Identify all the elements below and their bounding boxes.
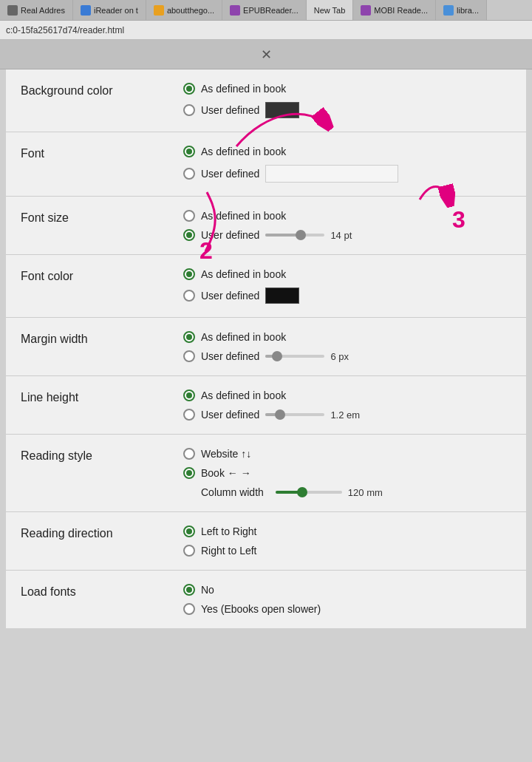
col-width-slider-wrapper: 120 mm bbox=[276, 487, 383, 498]
radio-option-fsize-user[interactable]: User defined 14 pt bbox=[183, 229, 511, 241]
radio-bg-asbook[interactable] bbox=[183, 83, 195, 95]
radio-option-font-asbook[interactable]: As defined in book bbox=[183, 146, 511, 157]
setting-label-load-fonts: Load fonts bbox=[21, 584, 183, 599]
setting-controls-margin-width: As defined in book User defined 6 px bbox=[183, 331, 511, 362]
radio-rd-rtl[interactable] bbox=[183, 545, 195, 557]
radio-option-lh-user[interactable]: User defined 1.2 em bbox=[183, 409, 511, 421]
line-height-value: 1.2 em bbox=[330, 409, 360, 421]
tab-real-icon bbox=[7, 5, 18, 16]
radio-label-bg-user: User defined bbox=[201, 104, 259, 116]
tab-epub-icon bbox=[230, 5, 240, 16]
radio-margin-asbook[interactable] bbox=[183, 331, 195, 343]
radio-label-fsize-asbook: As defined in book bbox=[201, 210, 286, 222]
tab-epub[interactable]: EPUBReader... bbox=[222, 0, 307, 20]
tab-ireader[interactable]: iReader on t bbox=[73, 0, 146, 20]
setting-controls-background-color: As defined in book User defined bbox=[183, 83, 511, 118]
radio-label-font-asbook: As defined in book bbox=[201, 146, 286, 157]
setting-row-background-color: Background color As defined in book User… bbox=[6, 69, 526, 132]
radio-label-lh-user: User defined bbox=[201, 409, 259, 421]
setting-controls-font-color: As defined in book User defined bbox=[183, 268, 511, 304]
radio-option-bg-user[interactable]: User defined bbox=[183, 102, 511, 118]
col-width-slider-track[interactable] bbox=[276, 491, 342, 494]
radio-option-font-user[interactable]: User defined bbox=[183, 165, 511, 183]
radio-lh-user[interactable] bbox=[183, 409, 195, 421]
radio-fsize-user[interactable] bbox=[183, 229, 195, 241]
radio-label-bg-asbook: As defined in book bbox=[201, 83, 286, 95]
setting-controls-line-height: As defined in book User defined 1.2 em bbox=[183, 389, 511, 421]
radio-label-fsize-user: User defined bbox=[201, 229, 259, 241]
setting-row-font-size: Font size As defined in book User define… bbox=[6, 197, 526, 255]
color-swatch-font[interactable] bbox=[265, 288, 299, 304]
setting-label-reading-direction: Reading direction bbox=[21, 525, 183, 540]
close-button[interactable]: ✕ bbox=[261, 48, 272, 61]
tab-mobi-label: MOBI Reade... bbox=[374, 6, 428, 15]
radio-option-lf-yes[interactable]: Yes (Ebooks open slower) bbox=[183, 603, 511, 615]
radio-fsize-asbook[interactable] bbox=[183, 210, 195, 222]
margin-slider-wrapper: 6 px bbox=[265, 351, 349, 362]
tab-real[interactable]: Real Addres bbox=[0, 0, 73, 20]
margin-slider-track[interactable] bbox=[265, 355, 324, 358]
radio-lf-no[interactable] bbox=[183, 584, 195, 596]
radio-option-rd-ltr[interactable]: Left to Right bbox=[183, 525, 511, 537]
radio-font-user[interactable] bbox=[183, 168, 195, 180]
tab-libra-label: libra... bbox=[457, 6, 479, 15]
radio-fcolor-asbook[interactable] bbox=[183, 268, 195, 280]
tab-about[interactable]: aboutthego... bbox=[146, 0, 222, 20]
setting-label-font-color: Font color bbox=[21, 268, 183, 283]
setting-row-font-color: Font color As defined in book User defin… bbox=[6, 255, 526, 318]
lineheight-slider-wrapper: 1.2 em bbox=[265, 409, 360, 421]
setting-label-font-size: Font size bbox=[21, 210, 183, 225]
radio-option-rs-website[interactable]: Website ↑↓ bbox=[183, 448, 511, 460]
radio-option-bg-asbook[interactable]: As defined in book bbox=[183, 83, 511, 95]
radio-label-rd-ltr: Left to Right bbox=[201, 525, 257, 537]
radio-rs-book[interactable] bbox=[183, 467, 195, 479]
radio-label-rs-website: Website ↑↓ bbox=[201, 448, 251, 460]
tab-about-icon bbox=[154, 5, 164, 16]
radio-margin-user[interactable] bbox=[183, 350, 195, 362]
radio-option-rd-rtl[interactable]: Right to Left bbox=[183, 545, 511, 557]
radio-option-fsize-asbook[interactable]: As defined in book bbox=[183, 210, 511, 222]
radio-lf-yes[interactable] bbox=[183, 603, 195, 615]
radio-label-fcolor-asbook: As defined in book bbox=[201, 268, 286, 280]
radio-option-margin-asbook[interactable]: As defined in book bbox=[183, 331, 511, 343]
lineheight-slider-track[interactable] bbox=[265, 413, 324, 416]
setting-row-reading-style: Reading style Website ↑↓ Book ← → Column… bbox=[6, 435, 526, 512]
radio-option-rs-book[interactable]: Book ← → bbox=[183, 467, 511, 479]
page-wrapper: Real Addres iReader on t aboutthego... E… bbox=[0, 0, 532, 628]
font-size-slider-wrapper: 14 pt bbox=[265, 230, 352, 241]
color-swatch-background[interactable] bbox=[265, 102, 299, 118]
radio-option-fcolor-user[interactable]: User defined bbox=[183, 288, 511, 304]
radio-label-lf-yes: Yes (Ebooks open slower) bbox=[201, 603, 321, 615]
tab-about-label: aboutthego... bbox=[167, 6, 214, 15]
radio-option-margin-user[interactable]: User defined 6 px bbox=[183, 350, 511, 362]
setting-label-line-height: Line height bbox=[21, 389, 183, 404]
tab-newtab-label: New Tab bbox=[314, 6, 346, 15]
radio-option-lf-no[interactable]: No bbox=[183, 584, 511, 596]
font-size-slider-track[interactable] bbox=[265, 234, 324, 237]
tab-newtab[interactable]: New Tab bbox=[307, 0, 354, 20]
setting-controls-font: As defined in book User defined bbox=[183, 146, 511, 183]
tab-mobi[interactable]: MOBI Reade... bbox=[353, 0, 436, 20]
font-input[interactable] bbox=[265, 165, 398, 183]
radio-label-lf-no: No bbox=[201, 584, 214, 596]
radio-label-rs-book: Book ← → bbox=[201, 467, 251, 479]
setting-row-line-height: Line height As defined in book User defi… bbox=[6, 376, 526, 435]
column-width-option: Column width 120 mm bbox=[183, 486, 511, 498]
tab-libra[interactable]: libra... bbox=[436, 0, 487, 20]
radio-font-asbook[interactable] bbox=[183, 146, 195, 157]
setting-label-background-color: Background color bbox=[21, 83, 183, 98]
radio-option-fcolor-asbook[interactable]: As defined in book bbox=[183, 268, 511, 280]
tab-real-label: Real Addres bbox=[21, 6, 65, 15]
tab-ireader-label: iReader on t bbox=[94, 6, 138, 15]
radio-option-lh-asbook[interactable]: As defined in book bbox=[183, 389, 511, 401]
address-bar: c:0-15fa25617d74/reader.html bbox=[0, 21, 532, 40]
radio-rs-website[interactable] bbox=[183, 448, 195, 460]
radio-label-font-user: User defined bbox=[201, 168, 259, 180]
radio-bg-user[interactable] bbox=[183, 104, 195, 116]
radio-rd-ltr[interactable] bbox=[183, 525, 195, 537]
column-width-label: Column width bbox=[201, 486, 264, 498]
radio-lh-asbook[interactable] bbox=[183, 389, 195, 401]
radio-fcolor-user[interactable] bbox=[183, 290, 195, 302]
setting-row-margin-width: Margin width As defined in book User def… bbox=[6, 318, 526, 376]
setting-controls-reading-direction: Left to Right Right to Left bbox=[183, 525, 511, 557]
